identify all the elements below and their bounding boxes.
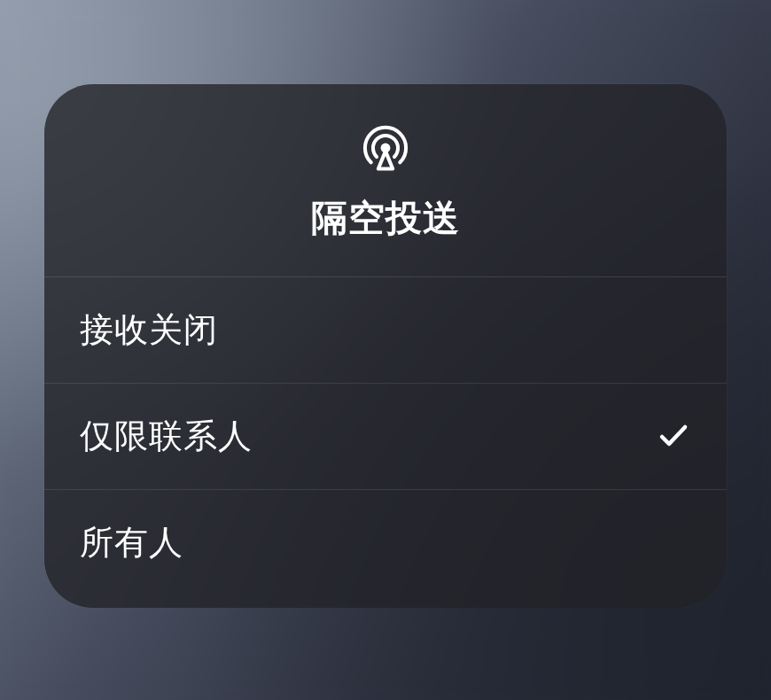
- option-label: 接收关闭: [80, 307, 218, 353]
- option-contacts-only[interactable]: 仅限联系人: [44, 384, 727, 490]
- option-everyone[interactable]: 所有人: [44, 490, 727, 608]
- checkmark-icon: [656, 418, 691, 454]
- panel-header: 隔空投送: [44, 84, 727, 277]
- option-label: 仅限联系人: [80, 414, 253, 459]
- panel-title: 隔空投送: [311, 194, 460, 243]
- airdrop-icon: [359, 121, 412, 175]
- airdrop-settings-panel: 隔空投送 接收关闭 仅限联系人 所有人: [44, 84, 727, 608]
- option-receiving-off[interactable]: 接收关闭: [44, 277, 727, 384]
- option-label: 所有人: [80, 520, 183, 565]
